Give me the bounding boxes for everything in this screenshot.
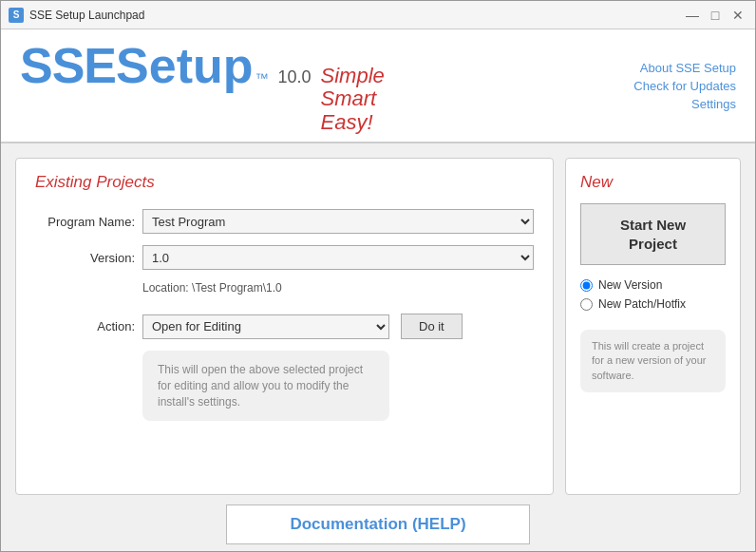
program-name-label: Program Name: [35,215,135,229]
about-link[interactable]: About SSE Setup [640,61,736,75]
logo-tm: ™ [255,70,269,86]
location-label: Location: \Test Program\1.0 [142,281,282,295]
title-bar-text: SSE Setup Launchpad [29,9,144,22]
new-project-panel: New Start NewProject New Version New Pat… [565,158,741,495]
program-name-row: Program Name: Test Program [35,209,534,234]
existing-projects-panel: Existing Projects Program Name: Test Pro… [15,158,554,495]
patch-hotfix-label: New Patch/Hotfix [598,297,686,311]
new-project-title: New [580,173,613,192]
patch-hotfix-radio-row: New Patch/Hotfix [580,297,726,311]
location-value: \Test Program\1.0 [192,281,282,295]
minimize-button[interactable]: — [683,6,702,25]
new-version-radio[interactable] [580,279,593,292]
action-row: Action: Open for Editing Do it [35,314,534,339]
new-project-description: This will create a project for a new ver… [580,330,726,392]
version-label: Version: [35,251,135,265]
start-new-project-button[interactable]: Start NewProject [580,203,726,265]
version-row: Version: 1.0 [35,245,534,270]
project-type-radio-group: New Version New Patch/Hotfix [580,278,726,316]
header: SSE Setup ™ 10.0 SimpleSmartEasy! About … [1,29,755,143]
logo-setup: Setup [116,37,253,94]
window-controls: — □ ✕ [683,6,747,25]
close-button[interactable]: ✕ [728,6,747,25]
settings-link[interactable]: Settings [691,97,736,111]
do-it-button[interactable]: Do it [401,314,463,339]
logo-tagline: SimpleSmartEasy! [321,65,385,134]
check-updates-link[interactable]: Check for Updates [633,79,736,93]
maximize-button[interactable]: □ [706,6,725,25]
logo-sse: SSE [20,37,116,94]
action-label: Action: [35,319,135,333]
new-version-label: New Version [598,278,662,292]
logo-version: 10.0 [278,67,312,87]
app-icon: S [9,8,24,23]
location-row: Location: \Test Program\1.0 [142,281,534,295]
new-version-radio-row: New Version [580,278,726,292]
header-nav: About SSE Setup Check for Updates Settin… [633,61,736,111]
bottom-bar: Documentation (HELP) Refresh [1,504,755,552]
program-name-select[interactable]: Test Program [142,209,534,234]
existing-projects-title: Existing Projects [35,173,534,192]
title-bar: S SSE Setup Launchpad — □ ✕ [1,1,755,29]
patch-hotfix-radio[interactable] [580,298,593,311]
main-content: Existing Projects Program Name: Test Pro… [1,143,755,504]
logo-area: SSE Setup ™ 10.0 SimpleSmartEasy! [20,37,385,134]
version-select[interactable]: 1.0 [142,245,534,270]
action-select[interactable]: Open for Editing [142,314,389,339]
documentation-button[interactable]: Documentation (HELP) [226,504,530,544]
action-description: This will open the above selected projec… [142,351,389,421]
